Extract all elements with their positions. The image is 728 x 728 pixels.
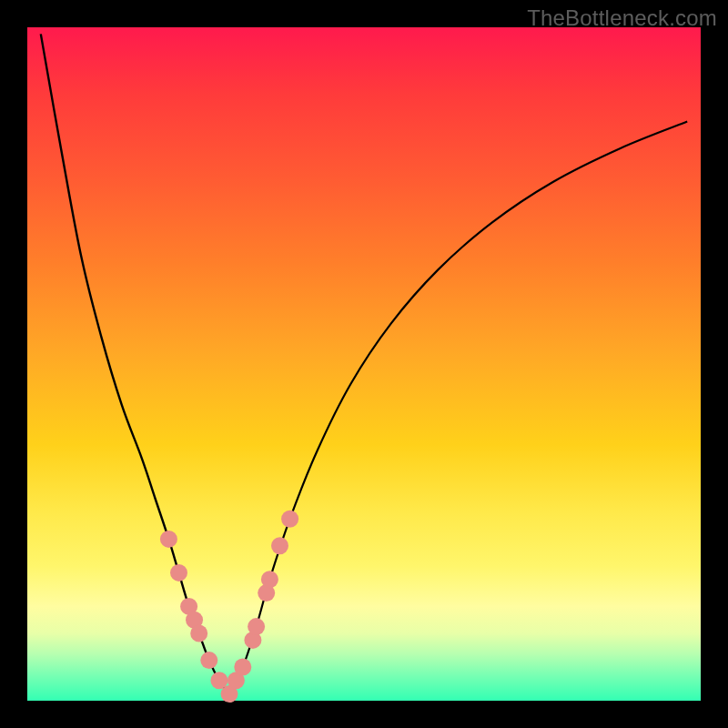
bottleneck-curve-left — [41, 34, 229, 693]
data-marker — [160, 531, 177, 548]
data-marker — [261, 571, 278, 588]
watermark-text: TheBottleneck.com — [527, 5, 717, 31]
bottleneck-curve-right — [229, 122, 687, 694]
plot-area — [27, 27, 701, 701]
marker-group — [160, 511, 298, 703]
data-marker — [271, 537, 288, 554]
curve-layer — [27, 27, 701, 701]
data-marker — [281, 511, 298, 528]
chart-frame: TheBottleneck.com — [0, 0, 728, 728]
data-marker — [248, 618, 265, 635]
data-marker — [200, 652, 217, 669]
data-marker — [234, 659, 251, 676]
data-marker — [190, 625, 207, 642]
data-marker — [170, 564, 187, 581]
